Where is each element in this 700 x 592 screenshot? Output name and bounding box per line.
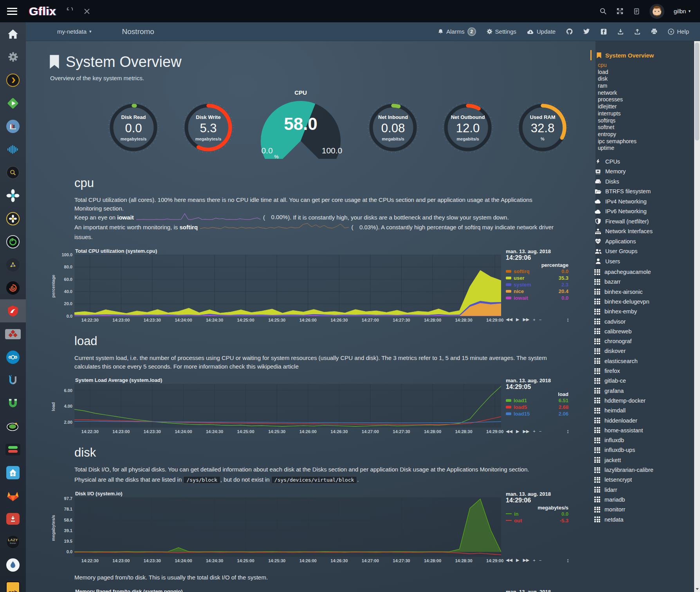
rail-item-lazylibrarian-icon[interactable]: LAZYlibrarian <box>0 530 26 553</box>
nav-item-entropy[interactable]: entropy <box>598 131 690 138</box>
pan-forward-icon[interactable]: ▶▶ <box>523 317 529 322</box>
nav-container-netdata[interactable]: netdata <box>590 515 690 524</box>
print-icon[interactable] <box>651 29 657 34</box>
nav-container-diskover[interactable]: diskover <box>590 346 690 356</box>
nav-section-system-overview[interactable]: System Overview <box>590 50 690 60</box>
rail-item-jackett-icon[interactable] <box>0 161 26 184</box>
nav-section-users[interactable]: Users <box>590 256 690 266</box>
nav-container-lidarr[interactable]: lidarr <box>590 485 690 495</box>
zoom-in-icon[interactable]: + <box>533 429 535 434</box>
nav-container-binhex-delugevpn[interactable]: binhex-delugevpn <box>590 297 690 306</box>
gauge-net-inbound[interactable]: Net Inbound0.08megabits/s <box>364 98 422 157</box>
nav-section-memory[interactable]: Memory <box>590 166 690 176</box>
zoom-in-icon[interactable]: + <box>533 558 535 563</box>
refresh-icon[interactable] <box>66 7 74 15</box>
nav-item-interrupts[interactable]: interrupts <box>598 110 690 117</box>
nav-container-elasticsearch[interactable]: elasticsearch <box>590 356 690 366</box>
twitter-icon[interactable] <box>583 29 590 34</box>
legend-row-softirq[interactable]: softirq0.0 <box>506 268 569 275</box>
nav-item-processes[interactable]: processes <box>598 96 690 103</box>
changelog-icon[interactable] <box>633 8 640 15</box>
nav-container-binhex-emby[interactable]: binhex-emby <box>590 307 690 317</box>
nav-container-binhex-airsonic[interactable]: binhex-airsonic <box>590 287 690 297</box>
zoom-in-icon[interactable]: + <box>533 317 535 322</box>
nav-container-calibreweb[interactable]: calibreweb <box>590 326 690 336</box>
rail-item-disc-icon[interactable] <box>0 415 26 438</box>
rail-item-cubes-icon[interactable] <box>0 322 26 345</box>
nav-section-disks[interactable]: Disks <box>590 176 690 187</box>
nav-section-btrfs-filesystem[interactable]: BTRFS filesystem <box>590 186 690 196</box>
nav-container-grafana[interactable]: grafana <box>590 386 690 396</box>
nav-section-applications[interactable]: Applications <box>590 236 690 247</box>
nav-container-home-assistant[interactable]: home-assistant <box>590 425 690 435</box>
rail-item-nextcloud-icon[interactable] <box>0 345 26 369</box>
nav-container-mariadb[interactable]: mariadb <box>590 495 690 504</box>
nav-item-uptime[interactable]: uptime <box>598 145 690 152</box>
rail-item-magnet-icon[interactable] <box>0 392 26 415</box>
rail-item-gear-icon[interactable] <box>0 45 26 68</box>
nav-section-network-interfaces[interactable]: Network Interfaces <box>590 226 690 236</box>
rail-item-airsonic-icon[interactable] <box>0 138 26 161</box>
legend-row-iowait[interactable]: iowait0.0 <box>506 295 569 301</box>
pan-backward-icon[interactable]: ◀◀ <box>506 429 512 434</box>
nav-container-hddtemp-docker[interactable]: hddtemp-docker <box>590 396 690 405</box>
rail-item-home-icon[interactable] <box>0 22 26 45</box>
gauge-disk-read[interactable]: Disk Read0.0megabytes/s <box>104 98 163 157</box>
nav-section-cpus[interactable]: CPUs <box>590 157 690 167</box>
avatar[interactable] <box>649 4 664 19</box>
legend-row-nice[interactable]: nice20.4 <box>506 288 569 295</box>
nav-container-cadvisor[interactable]: cadvisor <box>590 317 690 326</box>
zoom-out-icon[interactable]: − <box>539 317 541 322</box>
nav-container-monitorr[interactable]: monitorr <box>590 505 690 515</box>
gauge-used-ram[interactable]: Used RAM32.8% <box>513 98 572 157</box>
help-button[interactable]: ?Help <box>668 28 689 35</box>
nav-item-ram[interactable]: ram <box>598 83 690 90</box>
zoom-out-icon[interactable]: − <box>539 429 541 434</box>
hamburger-menu-icon[interactable] <box>7 8 17 15</box>
resize-icon[interactable]: ↕ <box>566 317 569 323</box>
nav-container-jackett[interactable]: jackett <box>590 455 690 465</box>
nav-item-ipc-semaphores[interactable]: ipc semaphores <box>598 138 690 145</box>
nav-section-ipv6-networking[interactable]: IPv6 Networking <box>590 206 690 216</box>
legend-row-load1[interactable]: load16.51 <box>506 397 569 404</box>
fullscreen-icon[interactable] <box>616 7 624 15</box>
rail-item-deluge-icon[interactable] <box>0 553 26 576</box>
nav-section-user-groups[interactable]: User Groups <box>590 246 690 256</box>
update-button[interactable]: Update <box>527 28 556 35</box>
wikipedia-link[interactable]: this wikipedia article <box>246 363 298 370</box>
nav-container-chronograf[interactable]: chronograf <box>590 336 690 346</box>
rail-item-u-letter-icon[interactable] <box>0 369 26 392</box>
nav-section-ipv4-networking[interactable]: IPv4 Networking <box>590 196 690 207</box>
pan-forward-icon[interactable]: ▶▶ <box>523 558 529 563</box>
chart-plot-area[interactable] <box>74 384 501 428</box>
rail-item-library-icon[interactable] <box>0 115 26 138</box>
play-icon[interactable]: ▶ <box>516 558 519 563</box>
user-menu[interactable]: gilbn ▾ <box>674 8 691 14</box>
settings-button[interactable]: Settings <box>487 28 516 35</box>
legend-row-load15[interactable]: load152.06 <box>506 410 569 417</box>
nav-container-letsencrypt[interactable]: letsencrypt <box>590 475 690 485</box>
rail-item-gitlab-icon[interactable] <box>0 484 26 507</box>
rail-item-nodes-icon[interactable] <box>0 253 26 276</box>
chart-system-pgpgio[interactable]: megabytes/s 97.778.158.639.119.50.0 Memo… <box>50 589 595 592</box>
import-snapshot-icon[interactable] <box>617 29 624 35</box>
rail-item-pinwheel-yellow-icon[interactable] <box>0 207 26 230</box>
rail-item-plex-icon[interactable] <box>0 68 26 92</box>
pan-backward-icon[interactable]: ◀◀ <box>506 558 512 563</box>
chart-plot-area[interactable] <box>74 497 501 557</box>
facebook-icon[interactable] <box>601 29 607 35</box>
legend-row-load5[interactable]: load52.68 <box>506 404 569 410</box>
export-snapshot-icon[interactable] <box>634 29 640 35</box>
nav-container-heimdall[interactable]: heimdall <box>590 406 690 416</box>
rail-item-pinwheel-white-icon[interactable] <box>0 184 26 207</box>
legend-row-user[interactable]: user35.3 <box>506 275 569 281</box>
server-dropdown[interactable]: my-netdata ▾ <box>57 28 92 35</box>
legend-row-in[interactable]: in0.0 <box>506 511 569 517</box>
rail-item-netdata-icon[interactable] <box>0 299 26 322</box>
nav-item-disk[interactable]: disk <box>598 76 690 83</box>
chart-system-cpu[interactable]: percentage 100.080.060.040.020.00.0 Tota… <box>50 248 595 324</box>
rail-item-download-icon[interactable] <box>0 507 26 530</box>
pan-forward-icon[interactable]: ▶▶ <box>523 429 529 434</box>
nav-item-idlejitter[interactable]: idlejitter <box>598 103 690 110</box>
nav-item-load[interactable]: load <box>598 69 690 76</box>
